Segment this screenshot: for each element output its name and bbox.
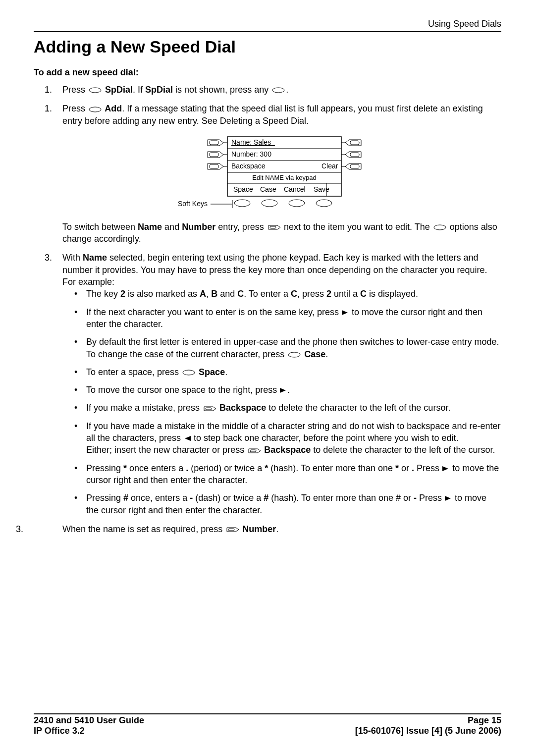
text: . — [287, 385, 290, 395]
text: . If a message stating that the speed di… — [62, 104, 483, 125]
text: (dash) or twice a — [193, 493, 264, 503]
svg-marker-42 — [280, 388, 286, 393]
step-1: 1. Press SpDial. If SpDial is not shown,… — [62, 84, 501, 96]
text: is displayed. — [367, 289, 418, 299]
svg-point-30 — [234, 200, 250, 207]
svg-point-40 — [288, 352, 300, 357]
step-number: 1. — [45, 84, 52, 96]
step-number: 3. — [16, 523, 23, 535]
text: (hash). To enter more than one # or — [268, 493, 414, 503]
key: # — [123, 493, 128, 503]
text: Press — [62, 104, 88, 113]
svg-marker-46 — [442, 466, 448, 471]
text: Press — [417, 493, 444, 503]
svg-text:Number: 300: Number: 300 — [231, 150, 271, 158]
key: C — [237, 289, 244, 299]
svg-text:Edit NAME via keypad: Edit NAME via keypad — [252, 174, 316, 181]
key: 2 — [326, 289, 331, 299]
list-item: To enter a space, press Space. — [86, 366, 501, 378]
svg-point-38 — [434, 225, 446, 230]
text: , — [206, 289, 211, 299]
softkey-label: Backspace — [217, 403, 266, 413]
text: to step back one character, before the p… — [191, 433, 458, 443]
phone-display-diagram: Name: Sales_ Number: 300 Backspace Clear… — [173, 134, 391, 213]
text: If you make a mistake, press — [86, 403, 202, 413]
softkey-label: Case — [302, 349, 325, 359]
svg-point-31 — [262, 200, 277, 207]
list-item: If you have made a mistake in the middle… — [86, 420, 501, 456]
list-item: Pressing * once enters a . (period) or t… — [86, 462, 501, 486]
svg-point-33 — [316, 200, 332, 207]
text: and — [162, 222, 182, 232]
key: 2 — [120, 289, 125, 299]
key: A — [200, 289, 206, 299]
text: To enter a space, press — [86, 367, 181, 377]
running-header: Using Speed Dials — [34, 19, 501, 29]
step-3b: 3. When the name is set as required, pre… — [34, 523, 501, 535]
svg-marker-47 — [445, 496, 451, 501]
text: . — [286, 85, 288, 95]
footer-product: IP Office 3.2 — [34, 726, 85, 736]
display-key-icon — [248, 448, 261, 454]
list-item: Pressing # once, enters a - (dash) or tw… — [86, 492, 501, 516]
header-divider — [34, 31, 501, 32]
svg-text:Name: Sales_: Name: Sales_ — [231, 138, 275, 146]
right-arrow-icon — [442, 466, 449, 472]
svg-text:Cancel: Cancel — [284, 185, 306, 193]
text: , press — [297, 289, 326, 299]
text: (hash). To enter more than one — [268, 463, 395, 473]
svg-point-32 — [289, 200, 305, 207]
step-number: 1. — [45, 103, 52, 114]
text: To move the cursor one space to the righ… — [86, 385, 279, 395]
text: When the name is set as required, press — [62, 524, 225, 534]
text: . — [325, 349, 328, 359]
key: * — [123, 463, 127, 473]
text: . — [276, 524, 278, 534]
text: once, enters a — [128, 493, 190, 503]
key: C — [360, 289, 367, 299]
label: Number — [182, 222, 215, 232]
text: is not shown, press any — [173, 85, 271, 95]
text: next to the item you want to edit. The — [281, 222, 432, 232]
main-steps: 1. Press SpDial. If SpDial is not shown,… — [34, 84, 501, 535]
softkey-icon — [89, 87, 102, 93]
display-key-icon — [203, 406, 216, 412]
softkey-label: Number — [240, 524, 276, 534]
softkey-label: Backspace — [262, 445, 311, 455]
text: is also marked as — [125, 289, 200, 299]
text: . If — [133, 85, 145, 95]
list-item: The key 2 is also marked as A, B and C. … — [86, 288, 501, 300]
footer-guide-title: 2410 and 5410 User Guide — [34, 715, 144, 725]
svg-text:Backspace: Backspace — [231, 162, 266, 170]
text: If the next character you want to enter … — [86, 307, 341, 317]
text: . To enter a — [244, 289, 291, 299]
svg-point-0 — [89, 88, 101, 93]
softkey-icon — [89, 107, 102, 112]
footer-issue: [15-601076] Issue [4] (5 June 2006) — [355, 726, 501, 736]
text: The key — [86, 289, 120, 299]
text: to delete the character to the left of t… — [311, 445, 495, 455]
text: Pressing — [86, 493, 123, 503]
text: or — [399, 463, 412, 473]
text: and — [217, 289, 237, 299]
key: # — [264, 493, 268, 503]
softkey-icon — [272, 87, 285, 93]
right-arrow-icon — [445, 495, 452, 501]
list-item: To move the cursor one space to the righ… — [86, 384, 501, 396]
right-arrow-icon — [280, 387, 287, 393]
text: (period) or twice a — [188, 463, 265, 473]
list-item: If the next character you want to enter … — [86, 306, 501, 330]
softkey-label: SpDial — [103, 85, 133, 95]
softkey-label: Space — [196, 367, 225, 377]
label: Name — [138, 222, 162, 232]
svg-text:Soft Keys: Soft Keys — [178, 200, 208, 208]
svg-marker-39 — [342, 310, 348, 315]
switch-text: To switch between Name and Number entry,… — [62, 221, 501, 245]
svg-text:Save: Save — [314, 185, 329, 193]
text: entry, press — [215, 222, 267, 232]
svg-point-2 — [89, 107, 101, 112]
text: . — [225, 367, 227, 377]
svg-text:Space: Space — [233, 185, 253, 193]
text: To switch between — [62, 222, 138, 232]
svg-text:Clear: Clear — [321, 162, 338, 170]
